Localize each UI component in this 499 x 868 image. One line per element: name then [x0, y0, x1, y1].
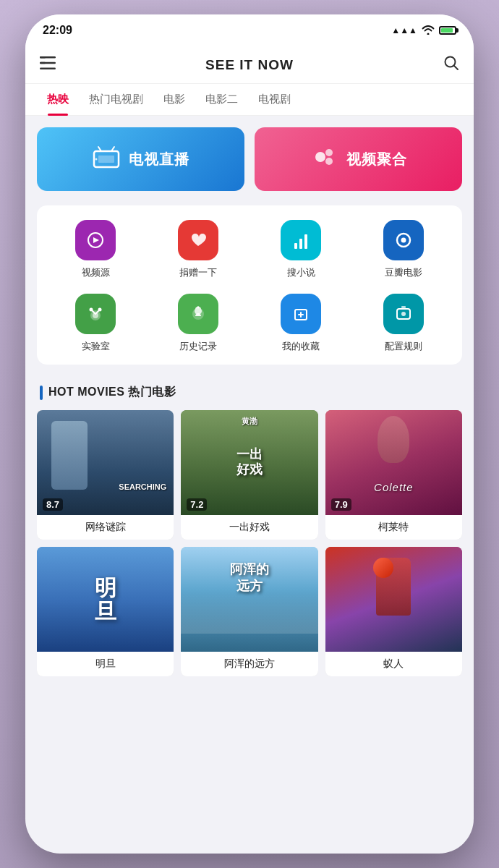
- wifi-icon: [422, 25, 435, 37]
- search-novel-icon: [281, 220, 321, 260]
- video-agg-label: 视频聚合: [346, 150, 407, 169]
- movie-rating-yichuhaoxi: 7.2: [187, 498, 207, 511]
- movie-card-colette[interactable]: Colette 7.9 柯莱特: [325, 410, 462, 540]
- movie-card-mingdan[interactable]: 明旦 明旦: [37, 547, 174, 676]
- movie-title-searching: 网络谜踪: [37, 515, 174, 540]
- movie-poster-antman: [325, 547, 462, 652]
- tv-icon: [93, 145, 120, 174]
- menu-icon[interactable]: [40, 56, 56, 73]
- svg-rect-2: [40, 68, 56, 70]
- tv-live-button[interactable]: 电视直播: [37, 127, 244, 191]
- movie-card-antman[interactable]: 蚁人: [325, 547, 462, 676]
- svg-point-12: [315, 152, 325, 162]
- top-nav: SEE IT NOW: [25, 46, 474, 84]
- config-icon: [383, 294, 424, 334]
- movie-rating-searching: 8.7: [43, 498, 63, 511]
- movie-poster-ahun: 阿浑的远方: [181, 547, 317, 652]
- svg-point-11: [95, 158, 97, 160]
- main-content: 电视直播 视频聚合: [25, 116, 474, 684]
- quick-lab[interactable]: 实验室: [44, 294, 147, 353]
- config-label: 配置规则: [385, 340, 422, 353]
- svg-point-14: [325, 158, 333, 165]
- lab-label: 实验室: [82, 340, 110, 353]
- video-source-label: 视频源: [82, 266, 110, 279]
- tab-movies2[interactable]: 电影二: [195, 84, 248, 116]
- movie-card-ahun[interactable]: 阿浑的远方 阿浑的远方: [181, 547, 317, 676]
- svg-line-6: [454, 66, 459, 70]
- section-title: HOT MOVIES 热门电影: [48, 385, 176, 400]
- history-icon: [178, 294, 218, 334]
- donate-label: 捐赠一下: [179, 266, 217, 279]
- svg-rect-10: [98, 156, 114, 163]
- status-bar: 22:09 ▲▲▲: [25, 14, 474, 46]
- svg-rect-18: [299, 239, 302, 249]
- tabs-bar: 热映 热门电视剧 电影 电影二 电视剧: [25, 84, 474, 116]
- quick-access-grid: 视频源 捐赠一下 搜小说: [37, 205, 462, 365]
- movie-card-yichuhaoxi[interactable]: 黄渤 一出好戏 7.2 一出好戏: [181, 410, 317, 540]
- quick-search-novel[interactable]: 搜小说: [250, 220, 352, 279]
- signal-icon: ▲▲▲: [391, 25, 417, 35]
- video-agg-button[interactable]: 视频聚合: [255, 127, 462, 191]
- search-icon[interactable]: [443, 55, 459, 75]
- app-title: SEE IT NOW: [205, 57, 294, 73]
- status-icons: ▲▲▲: [391, 25, 456, 37]
- movie-poster-searching: SEARCHING 8.7: [37, 410, 174, 515]
- movie-title-ahun: 阿浑的远方: [181, 652, 317, 676]
- quick-history[interactable]: 历史记录: [147, 294, 250, 353]
- douban-label: 豆瓣电影: [385, 266, 422, 279]
- svg-point-34: [401, 312, 406, 316]
- svg-point-21: [401, 238, 406, 243]
- lab-icon: [75, 294, 116, 334]
- movie-card-searching[interactable]: SEARCHING 8.7 网络谜踪: [37, 410, 174, 540]
- movie-poster-colette: Colette 7.9: [325, 410, 462, 515]
- section-accent: [40, 386, 43, 400]
- history-label: 历史记录: [179, 340, 217, 353]
- quick-donate[interactable]: 捐赠一下: [147, 220, 250, 279]
- tab-tv[interactable]: 电视剧: [248, 84, 301, 116]
- svg-rect-3: [40, 56, 46, 59]
- quick-config[interactable]: 配置规则: [352, 294, 455, 353]
- tv-live-label: 电视直播: [129, 150, 189, 169]
- video-icon: [310, 145, 338, 174]
- video-source-icon: [75, 220, 116, 260]
- svg-rect-19: [304, 234, 307, 249]
- quick-video-source[interactable]: 视频源: [44, 220, 147, 279]
- battery-icon: [439, 26, 456, 35]
- tab-tv-drama[interactable]: 热门电视剧: [79, 84, 153, 116]
- quick-douban[interactable]: 豆瓣电影: [352, 220, 455, 279]
- movie-title-yichuhaoxi: 一出好戏: [181, 515, 317, 540]
- movie-title-mingdan: 明旦: [37, 652, 174, 676]
- movie-title-colette: 柯莱特: [325, 515, 462, 540]
- phone-frame: 22:09 ▲▲▲ SEE: [25, 14, 474, 854]
- favorites-icon: [281, 294, 321, 334]
- donate-icon: [178, 220, 218, 260]
- status-time: 22:09: [43, 24, 72, 37]
- douban-icon: [383, 220, 424, 260]
- movie-rating-colette: 7.9: [331, 498, 351, 511]
- hot-movies-header: HOT MOVIES 热门电影: [37, 379, 462, 410]
- hero-row: 电视直播 视频聚合: [37, 127, 462, 191]
- movie-poster-yichuhaoxi: 黄渤 一出好戏 7.2: [181, 410, 317, 515]
- movie-title-antman: 蚁人: [325, 652, 462, 676]
- svg-point-13: [325, 149, 333, 156]
- svg-rect-4: [40, 62, 46, 64]
- svg-point-27: [98, 308, 102, 312]
- tab-movies[interactable]: 电影: [153, 84, 195, 116]
- svg-rect-17: [294, 243, 297, 249]
- movies-grid: SEARCHING 8.7 网络谜踪 黄渤 一出好戏 7.2 一出好戏: [37, 410, 462, 684]
- movie-poster-mingdan: 明旦: [37, 547, 174, 652]
- quick-favorites[interactable]: 我的收藏: [250, 294, 352, 353]
- svg-marker-16: [93, 237, 99, 243]
- svg-point-26: [90, 308, 93, 312]
- svg-rect-35: [401, 306, 406, 308]
- search-novel-label: 搜小说: [287, 266, 315, 279]
- tab-hot-now[interactable]: 热映: [37, 84, 79, 116]
- favorites-label: 我的收藏: [282, 340, 320, 353]
